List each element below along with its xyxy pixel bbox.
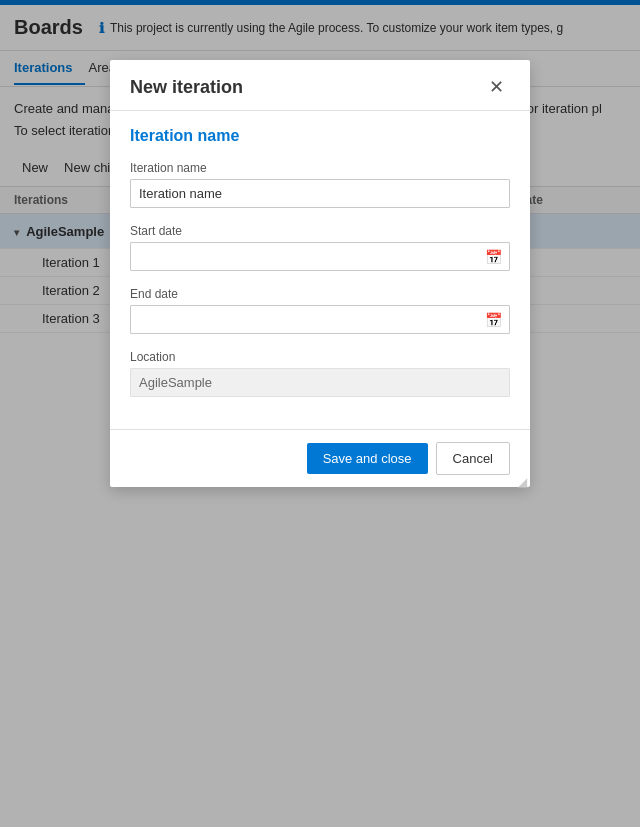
start-date-label: Start date [130,224,510,238]
new-iteration-modal: New iteration ✕ Iteration name Iteration… [110,60,530,487]
location-group: Location AgileSample [130,350,510,397]
modal-footer: Save and close Cancel [110,429,530,487]
modal-close-button[interactable]: ✕ [483,76,510,98]
start-date-input[interactable] [130,242,510,271]
end-date-label: End date [130,287,510,301]
resize-handle[interactable]: ◢ [518,475,530,487]
end-date-group: End date 📅 [130,287,510,334]
location-value: AgileSample [130,368,510,397]
cancel-button[interactable]: Cancel [436,442,510,475]
iteration-name-label: Iteration name [130,161,510,175]
modal-body: Iteration name Iteration name Start date… [110,111,530,429]
start-date-group: Start date 📅 [130,224,510,271]
end-date-wrapper: 📅 [130,305,510,334]
end-date-input[interactable] [130,305,510,334]
modal-title: New iteration [130,77,243,98]
modal-overlay: New iteration ✕ Iteration name Iteration… [0,0,640,827]
save-and-close-button[interactable]: Save and close [307,443,428,474]
form-section-title: Iteration name [130,127,510,145]
iteration-name-input[interactable] [130,179,510,208]
iteration-name-group: Iteration name [130,161,510,208]
location-label: Location [130,350,510,364]
start-date-wrapper: 📅 [130,242,510,271]
modal-header: New iteration ✕ [110,60,530,111]
